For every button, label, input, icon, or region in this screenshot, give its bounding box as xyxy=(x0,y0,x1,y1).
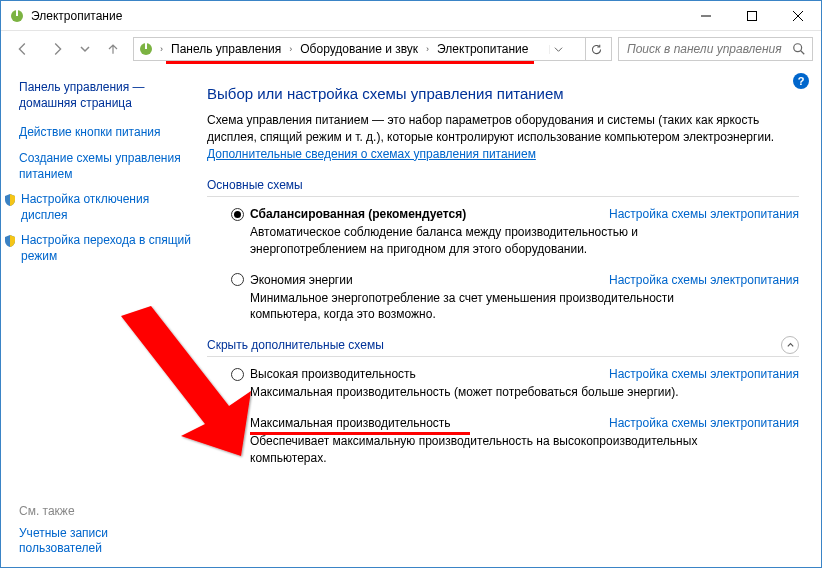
sidebar-link[interactable]: Создание схемы управления питанием xyxy=(19,151,191,182)
plan-settings-link[interactable]: Настройка схемы электропитания xyxy=(609,416,799,430)
titlebar: Электропитание xyxy=(1,1,821,31)
search-box[interactable] xyxy=(618,37,813,61)
collapse-icon[interactable] xyxy=(781,336,799,354)
window: Электропитание › Панель у xyxy=(0,0,822,568)
search-icon[interactable] xyxy=(792,42,806,56)
breadcrumb-segment[interactable]: Панель управления xyxy=(169,41,283,57)
plan-desc: Минимальное энергопотребление за счет ум… xyxy=(250,290,720,322)
help-icon[interactable]: ? xyxy=(793,73,809,89)
maximize-button[interactable] xyxy=(729,1,775,31)
breadcrumb-segment[interactable]: Электропитание xyxy=(435,41,530,57)
sidebar-link[interactable]: Настройка перехода в спящий режим xyxy=(3,233,191,264)
plan-settings-link[interactable]: Настройка схемы электропитания xyxy=(609,207,799,221)
location-icon xyxy=(138,41,154,57)
see-also-title: См. также xyxy=(19,504,191,518)
svg-rect-1 xyxy=(16,10,18,16)
up-button[interactable] xyxy=(99,35,127,63)
radio-high-perf[interactable] xyxy=(231,368,244,381)
power-plan-high-perf: Высокая производительность Настройка схе… xyxy=(231,367,799,400)
plan-name[interactable]: Сбалансированная (рекомендуется) xyxy=(250,207,466,221)
sidebar-link-label: Настройка отключения дисплея xyxy=(21,192,191,223)
search-input[interactable] xyxy=(625,41,786,57)
see-also-link[interactable]: Учетные записи пользователей xyxy=(19,526,191,557)
see-also-section: См. также Учетные записи пользователей xyxy=(19,504,191,557)
sidebar-link[interactable]: Действие кнопки питания xyxy=(19,125,191,141)
section-header-extra[interactable]: Скрыть дополнительные схемы xyxy=(207,338,799,352)
forward-button[interactable] xyxy=(43,35,71,63)
plan-name[interactable]: Высокая производительность xyxy=(250,367,416,381)
annotation-underline xyxy=(166,61,534,64)
address-dropdown[interactable] xyxy=(549,45,567,54)
chevron-right-icon[interactable]: › xyxy=(158,44,165,54)
plan-desc: Обеспечивает максимальную производительн… xyxy=(250,433,720,465)
app-icon xyxy=(9,8,25,24)
window-title: Электропитание xyxy=(31,9,122,23)
power-plan-ultimate-perf: Максимальная производительность Настройк… xyxy=(231,416,799,465)
plan-name[interactable]: Максимальная производительность xyxy=(250,416,451,430)
shield-icon xyxy=(3,193,17,207)
body: Панель управления — домашняя страница Де… xyxy=(1,67,821,567)
radio-balanced[interactable] xyxy=(231,208,244,221)
radio-ultimate-perf[interactable] xyxy=(231,417,244,430)
intro-text: Схема управления питанием — это набор па… xyxy=(207,112,799,162)
page-heading: Выбор или настройка схемы управления пит… xyxy=(207,85,799,102)
power-plan-balanced: Сбалансированная (рекомендуется) Настрой… xyxy=(231,207,799,256)
plan-desc: Автоматическое соблюдение баланса между … xyxy=(250,224,720,256)
plan-settings-link[interactable]: Настройка схемы электропитания xyxy=(609,367,799,381)
intro-link[interactable]: Дополнительные сведения о схемах управле… xyxy=(207,147,536,161)
sidebar-link-label: Настройка перехода в спящий режим xyxy=(21,233,191,264)
section-header-basic: Основные схемы xyxy=(207,178,799,192)
annotation-underline xyxy=(250,432,470,435)
breadcrumb-segment[interactable]: Оборудование и звук xyxy=(298,41,420,57)
plan-settings-link[interactable]: Настройка схемы электропитания xyxy=(609,273,799,287)
main-content: ? Выбор или настройка схемы управления п… xyxy=(197,67,821,567)
sidebar-link[interactable]: Настройка отключения дисплея xyxy=(3,192,191,223)
plan-desc: Максимальная производительность (может п… xyxy=(250,384,720,400)
plan-name[interactable]: Экономия энергии xyxy=(250,273,353,287)
chevron-right-icon[interactable]: › xyxy=(287,44,294,54)
address-bar[interactable]: › Панель управления › Оборудование и зву… xyxy=(133,37,612,61)
radio-saver[interactable] xyxy=(231,273,244,286)
refresh-button[interactable] xyxy=(585,38,607,60)
control-panel-home-link[interactable]: Панель управления — домашняя страница xyxy=(19,79,191,111)
divider xyxy=(207,356,799,357)
svg-rect-2 xyxy=(748,11,757,20)
chevron-right-icon[interactable]: › xyxy=(424,44,431,54)
toolbar: › Панель управления › Оборудование и зву… xyxy=(1,31,821,67)
close-button[interactable] xyxy=(775,1,821,31)
svg-point-5 xyxy=(794,44,802,52)
power-plan-saver: Экономия энергии Настройка схемы электро… xyxy=(231,273,799,322)
shield-icon xyxy=(3,234,17,248)
divider xyxy=(207,196,799,197)
minimize-button[interactable] xyxy=(683,1,729,31)
back-button[interactable] xyxy=(9,35,37,63)
history-dropdown[interactable] xyxy=(77,35,93,63)
svg-rect-4 xyxy=(145,43,147,49)
sidebar: Панель управления — домашняя страница Де… xyxy=(1,67,197,567)
